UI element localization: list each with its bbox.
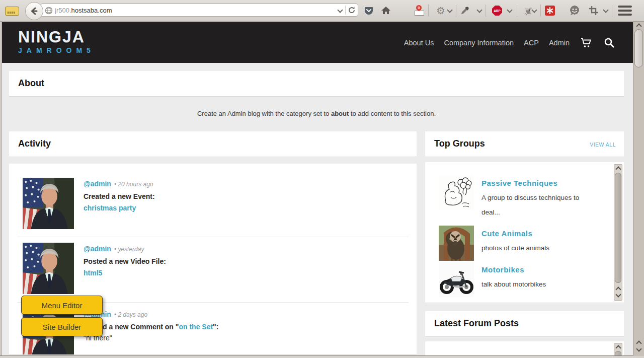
toolbar-separator (428, 5, 429, 17)
eyedropper-addon-chevron-icon[interactable] (476, 8, 484, 15)
back-arrow-icon (30, 7, 39, 16)
site-nav: About Us Company Information ACP Admin (404, 22, 616, 63)
nav-acp[interactable]: ACP (524, 39, 539, 47)
page-viewport: NINGJA JAMROOM5 About Us Company Informa… (2, 21, 633, 356)
crop-addon-icon[interactable] (588, 5, 600, 17)
url-bar[interactable]: jr500.hostsaba.com (40, 4, 358, 17)
action-text: ": (213, 323, 218, 331)
menu-editor-button[interactable]: Menu Editor (21, 296, 103, 315)
url-dropdown-chevron-icon[interactable] (337, 7, 343, 13)
search-icon[interactable] (603, 36, 616, 49)
group-link-cute-animals[interactable]: Cute Animals (481, 229, 532, 238)
abp-label: ABP (494, 9, 501, 13)
page-title: About (9, 71, 624, 89)
top-groups-panel: Passive Techniques A group to discuss te… (425, 162, 624, 303)
eyedropper-addon-icon[interactable] (459, 5, 471, 17)
logo-line1: NINGJA (18, 28, 95, 45)
activity-user-link[interactable]: @admin (84, 245, 111, 253)
avatar[interactable] (23, 178, 74, 229)
scrollbar-up-arrow-icon[interactable] (616, 344, 621, 349)
scrollbar-up-arrow-icon[interactable] (636, 23, 641, 28)
group-link-passive-techniques[interactable]: Passive Techniques (481, 179, 557, 187)
adblock-plus-icon[interactable]: ABP (491, 5, 503, 17)
url-domain: hostsaba.com (71, 7, 112, 14)
toolbar-separator (517, 5, 517, 17)
site-logo[interactable]: NINGJA JAMROOM5 (18, 28, 95, 54)
nav-about-us[interactable]: About Us (404, 39, 434, 47)
download-counter-icon[interactable]: 0 (413, 5, 425, 17)
notice-text: Create an Admin blog with the category s… (197, 110, 331, 117)
scrollbar-up-arrow-icon[interactable] (636, 340, 641, 345)
pocket-icon[interactable] (363, 5, 375, 17)
activity-user-link[interactable]: @admin (84, 180, 111, 188)
group-thumbnail-motorbike[interactable] (439, 262, 474, 297)
top-groups-header: Top Groups VIEW ALL (425, 131, 624, 157)
group-description: A group to discuss techniques to deal... (481, 190, 598, 220)
browser-scrollbar-thumb[interactable] (634, 29, 643, 67)
divider (17, 237, 409, 237)
window-bottom-border (0, 355, 644, 358)
menu-hamburger-icon[interactable] (618, 6, 632, 16)
activity-timestamp: • yesterday (114, 246, 144, 253)
browser-scrollbar[interactable] (633, 21, 644, 356)
groups-panel-scrollbar[interactable] (614, 164, 622, 301)
group-link-motorbikes[interactable]: Motorbikes (481, 265, 524, 274)
scrollbar-down-arrow-icon[interactable] (616, 293, 621, 298)
url-subdomain: jr500. (55, 7, 71, 14)
site-identity-globe-icon[interactable] (45, 7, 53, 15)
avatar[interactable] (23, 243, 74, 294)
activity-item-link[interactable]: html5 (84, 269, 102, 277)
toolbar-separator (540, 5, 541, 17)
browser-toolbar: jr500.hostsaba.com 0 ⚙ (0, 0, 644, 22)
site-header: NINGJA JAMROOM5 About Us Company Informa… (2, 22, 633, 63)
activity-timestamp: • 2 days ago (114, 311, 147, 318)
cart-icon[interactable] (580, 36, 593, 49)
group-thumbnail-sketch[interactable] (439, 175, 474, 210)
group-thumbnail-sloth[interactable] (439, 226, 474, 261)
toolbar-separator (456, 5, 456, 17)
fly-addon-chevron-icon[interactable] (531, 8, 538, 15)
forum-posts-title: Latest Forum Posts (425, 311, 624, 329)
activity-item-link[interactable]: christmas party (84, 204, 136, 212)
activity-title: Activity (9, 131, 417, 149)
group-description: talk about motorbikes (481, 277, 598, 292)
smiley-addon-icon[interactable] (569, 5, 581, 17)
scrollbar-down-arrow-icon[interactable] (636, 347, 641, 352)
scrollbar-up-arrow-icon[interactable] (616, 166, 621, 171)
activity-item-link[interactable]: on the Set (179, 323, 213, 331)
toolbar-separator (612, 5, 612, 17)
asterisk-addon-icon[interactable] (544, 5, 556, 17)
activity-action: Posted a new Video File: (84, 257, 166, 265)
nav-company-information[interactable]: Company Information (444, 39, 514, 47)
view-all-link[interactable]: VIEW ALL (590, 141, 616, 148)
toolbar-separator (486, 5, 486, 17)
gear-addon-icon[interactable]: ⚙ (435, 5, 447, 17)
forum-panel-scrollbar[interactable] (614, 343, 622, 355)
tab-favicon-icon[interactable] (5, 7, 19, 16)
crop-addon-chevron-icon[interactable] (603, 8, 610, 15)
activity-timestamp: • 20 hours ago (114, 181, 153, 188)
url-text[interactable]: jr500.hostsaba.com (55, 7, 337, 14)
adblock-chevron-icon[interactable] (507, 8, 514, 15)
activity-item-meta: @admin• yesterday (84, 244, 144, 253)
groups-scrollbar-thumb[interactable] (615, 173, 621, 283)
back-button[interactable] (25, 2, 43, 20)
reload-icon[interactable] (348, 6, 356, 14)
gear-addon-chevron-icon[interactable] (447, 8, 454, 15)
nav-admin[interactable]: Admin (549, 39, 570, 47)
download-badge: 0 (416, 5, 422, 11)
logo-line2: JAMROOM5 (18, 46, 95, 54)
activity-item-meta: @admin• 20 hours ago (84, 179, 153, 188)
about-section-header: About (9, 71, 624, 97)
window-left-border (0, 21, 2, 358)
activity-section-header: Activity (9, 131, 417, 157)
group-description: photos of cute animals (481, 241, 598, 255)
home-icon[interactable] (380, 5, 392, 17)
site-builder-button[interactable]: Site Builder (21, 317, 103, 336)
forum-posts-header: Latest Forum Posts (425, 311, 624, 337)
scrollbar-up-arrow-icon[interactable] (616, 286, 621, 291)
admin-notice: Create an Admin blog with the category s… (9, 110, 624, 117)
activity-action: Created a new Event: (84, 192, 155, 200)
notice-text: to add content to this section. (349, 110, 436, 117)
forum-posts-panel (425, 341, 624, 356)
